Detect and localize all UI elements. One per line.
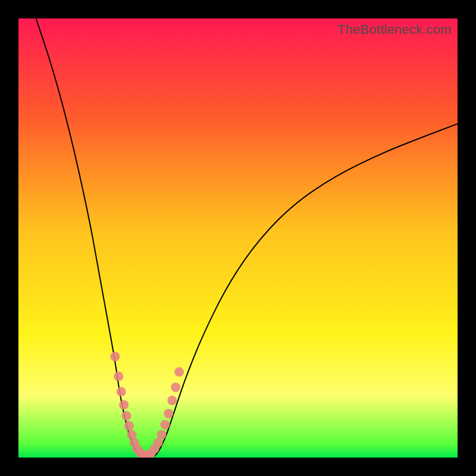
sample-point <box>160 420 170 430</box>
sample-point <box>110 352 120 361</box>
sample-point <box>114 371 123 381</box>
sample-point <box>167 396 177 405</box>
sample-point <box>119 400 129 409</box>
bottleneck-curve-right <box>155 124 458 456</box>
sample-point <box>157 430 167 440</box>
plot-area: TheBottleneck.com <box>18 18 458 458</box>
sample-point <box>124 421 134 431</box>
sample-point <box>171 383 180 392</box>
sample-points <box>110 352 184 458</box>
sample-point <box>174 367 184 377</box>
curve-layer <box>18 18 458 458</box>
sample-point <box>122 411 131 421</box>
chart-frame: TheBottleneck.com <box>0 0 476 476</box>
sample-point <box>164 409 173 418</box>
sample-point <box>117 387 126 396</box>
